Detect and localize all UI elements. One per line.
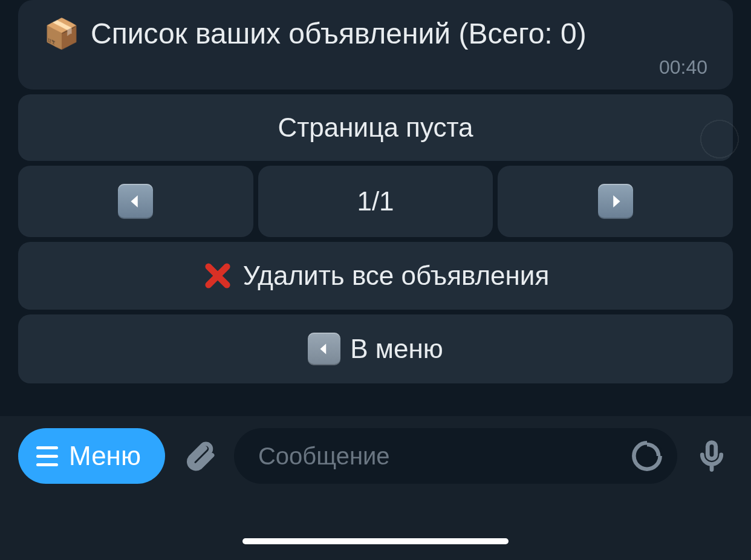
input-bar: Меню [0, 416, 751, 560]
message-input-container [234, 428, 677, 484]
page-indicator-label: 1/1 [357, 186, 394, 217]
home-indicator [242, 538, 509, 544]
next-page-button[interactable] [498, 166, 733, 237]
inline-keyboard: Страница пуста 1/1 [18, 94, 733, 383]
attach-button[interactable] [178, 428, 221, 484]
message-text: Список ваших объявлений (Всего: 0) [91, 17, 587, 50]
delete-all-label: Удалить все объявления [243, 261, 550, 291]
page-indicator-button[interactable]: 1/1 [258, 166, 493, 237]
menu-button[interactable]: Меню [18, 428, 165, 484]
sticker-icon [631, 440, 663, 472]
back-arrow-icon [308, 333, 340, 365]
chat-area: 📦 Список ваших объявлений (Всего: 0) 00:… [0, 0, 751, 383]
empty-page-button[interactable]: Страница пуста [18, 94, 733, 161]
delete-all-button[interactable]: Удалить все объявления [18, 242, 733, 310]
message-content: 📦 Список ваших объявлений (Всего: 0) [44, 17, 707, 50]
package-icon: 📦 [44, 19, 80, 48]
paperclip-icon [183, 439, 216, 473]
svg-rect-1 [707, 443, 716, 459]
message-input[interactable] [258, 443, 617, 470]
menu-button-label: Меню [69, 441, 141, 471]
sticker-button[interactable] [629, 438, 665, 474]
hamburger-icon [36, 446, 58, 466]
message-timestamp: 00:40 [44, 56, 707, 79]
to-menu-label: В меню [350, 334, 443, 364]
prev-page-button[interactable] [18, 166, 253, 237]
microphone-button[interactable] [691, 428, 733, 484]
bot-message: 📦 Список ваших объявлений (Всего: 0) 00:… [18, 0, 733, 90]
arrow-left-icon [118, 184, 153, 219]
microphone-icon [695, 440, 728, 472]
empty-page-label: Страница пуста [278, 112, 473, 143]
to-menu-button[interactable]: В меню [18, 314, 733, 383]
cross-icon [202, 260, 233, 291]
arrow-right-icon [598, 184, 633, 219]
